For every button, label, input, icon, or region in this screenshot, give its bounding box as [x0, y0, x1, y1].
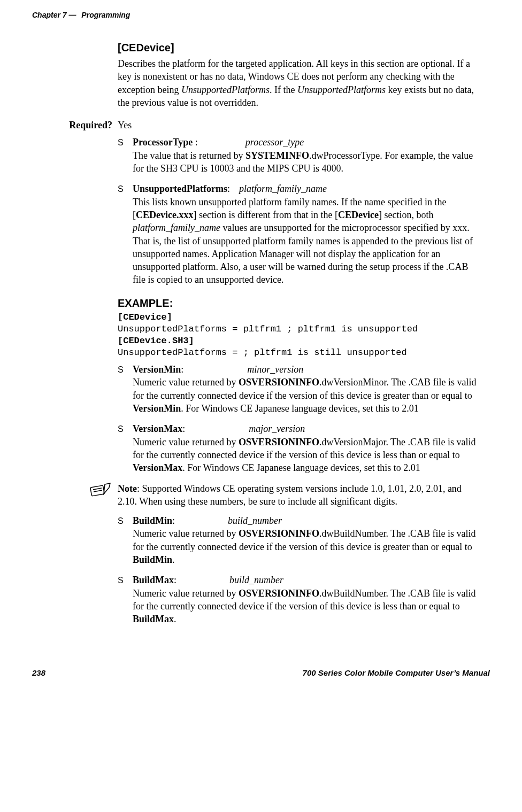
section-heading-cedevice: [CEDevice]	[118, 41, 479, 55]
bold-term: CEDevice	[338, 210, 379, 220]
italic-term: platform_family_name	[133, 222, 220, 233]
example-heading: EXAMPLE:	[118, 296, 479, 311]
key-name: BuildMax	[133, 575, 174, 585]
sep: :	[181, 364, 183, 375]
key-name: BuildMin	[133, 515, 172, 526]
bold-term: BuildMin	[133, 554, 172, 565]
text: . If the	[270, 84, 297, 95]
list-item: ProcessorType : processor_type The value…	[118, 136, 479, 175]
code-line: [CEDevice]	[118, 312, 172, 322]
page-number: 238	[32, 668, 45, 677]
sep: :	[182, 423, 185, 434]
note-label: Note	[118, 483, 137, 494]
list-item: UnsupportedPlatforms: platform_family_na…	[118, 182, 479, 286]
bold-term: VersionMin	[133, 403, 181, 414]
key-param: build_number	[228, 515, 282, 526]
sep: :	[172, 515, 175, 526]
bold-term: VersionMax	[133, 462, 182, 473]
chapter-title: Programming	[81, 11, 130, 19]
code-line: UnsupportedPlatforms = pltfrm1 ; pltfrm1…	[118, 324, 418, 334]
page-header: Chapter 7 — Programming	[32, 11, 490, 19]
page-footer: 238 700 Series Color Mobile Computer Use…	[32, 668, 490, 677]
key-name: UnsupportedPlatforms	[133, 183, 227, 194]
key-param: build_number	[229, 575, 283, 585]
text: ] section is different from that in the …	[193, 210, 338, 220]
key-param: platform_family_name	[239, 183, 327, 194]
api-name: OSVERSIONINFO	[239, 588, 319, 599]
italic-term: UnsupportedPlatforms	[297, 84, 386, 95]
manual-title: 700 Series Color Mobile Computer User’s …	[303, 668, 490, 677]
api-name: OSVERSIONINFO	[239, 528, 319, 539]
text: Numeric value returned by	[133, 437, 239, 447]
text: .	[174, 614, 176, 624]
text: . For Windows CE Japanese language devic…	[182, 462, 420, 473]
code-block: [CEDevice] UnsupportedPlatforms = pltfrm…	[118, 312, 479, 359]
required-label: Required?	[27, 119, 118, 132]
code-line: [CEDevice.SH3]	[118, 336, 194, 346]
key-name: ProcessorType	[133, 137, 193, 148]
text: Numeric value returned by	[133, 528, 239, 539]
key-param: processor_type	[245, 137, 304, 148]
svg-line-1	[93, 488, 102, 490]
list-item: BuildMin: build_number Numeric value ret…	[118, 514, 479, 566]
text: Numeric value returned by	[133, 588, 239, 599]
key-param: major_version	[249, 423, 305, 434]
list-item: VersionMax: major_version Numeric value …	[118, 422, 479, 474]
key-name: VersionMin	[133, 364, 181, 375]
text: : Supported Windows CE operating system …	[118, 483, 462, 507]
api-name: SYSTEMINFO	[245, 150, 309, 161]
list-item: BuildMax: build_number Numeric value ret…	[118, 574, 479, 625]
sep: :	[193, 137, 198, 148]
text: ] section, both	[379, 210, 433, 220]
cedevice-description: Describes the platform for the targeted …	[118, 57, 479, 109]
text: The value that is returned by	[133, 150, 245, 161]
text: Numeric value returned by	[133, 377, 239, 388]
api-name: OSVERSIONINFO	[239, 377, 319, 388]
required-row: Required? Yes	[118, 119, 479, 132]
italic-term: UnsupportedPlatforms	[181, 84, 270, 95]
chapter-label: Chapter 7	[32, 11, 67, 19]
bold-term: BuildMax	[133, 614, 174, 624]
note-block: Note: Supported Windows CE operating sys…	[118, 482, 479, 508]
bold-term: CEDevice.xxx	[136, 210, 193, 220]
sep: :	[174, 575, 176, 585]
text: .	[172, 554, 175, 565]
api-name: OSVERSIONINFO	[239, 437, 319, 447]
svg-line-2	[94, 490, 102, 492]
note-icon	[27, 482, 118, 498]
list-item: VersionMin: minor_version Numeric value …	[118, 363, 479, 415]
sep: :	[227, 183, 230, 194]
key-name: VersionMax	[133, 423, 182, 434]
code-line: UnsupportedPlatforms = ; pltfrm1 is stil…	[118, 347, 407, 358]
required-value: Yes	[118, 119, 132, 132]
note-text: Note: Supported Windows CE operating sys…	[118, 482, 479, 508]
key-param: minor_version	[247, 364, 303, 375]
header-dash: —	[67, 11, 76, 19]
text: . For Windows CE Japanese language devic…	[181, 403, 418, 414]
